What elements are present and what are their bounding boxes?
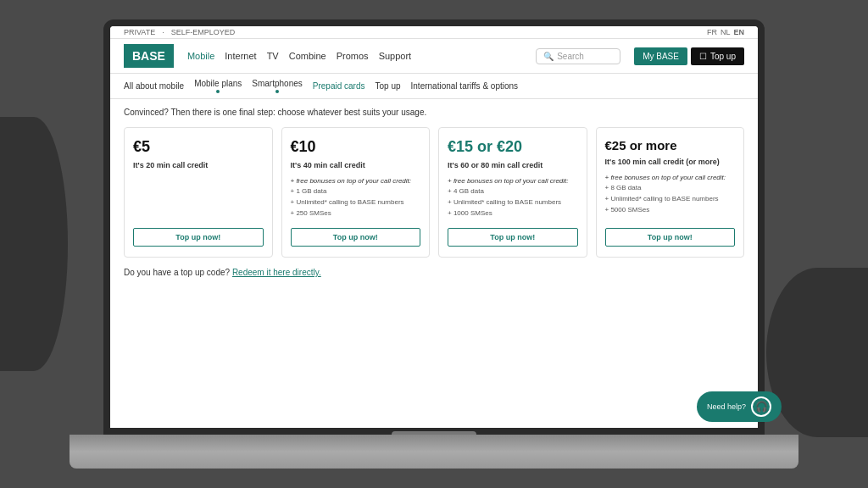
nav-combine[interactable]: Combine [289, 51, 326, 61]
card-5-features [133, 176, 264, 219]
cards-grid: €5 It's 20 min call credit Top up now! €… [124, 127, 744, 258]
mobile-plans-dot [216, 90, 220, 93]
need-help-button[interactable]: Need help? 🎧 [697, 391, 782, 422]
main-content: Convinced? Then there is one final step:… [110, 99, 758, 292]
card-5: €5 It's 20 min call credit Top up now! [124, 127, 273, 258]
selfemployed-link[interactable]: SELF-EMPLOYED [171, 28, 236, 36]
card-10-price: €10 [291, 138, 421, 156]
topup-label: Top up [710, 52, 736, 61]
mybas-button[interactable]: My BASE [634, 47, 687, 65]
card-10-topup-button[interactable]: Top up now! [291, 228, 421, 247]
logo[interactable]: BASE [124, 44, 174, 68]
card-10: €10 It's 40 min call credit + free bonus… [281, 127, 431, 258]
redeem-text: Do you have a top up code? Redeem it her… [124, 268, 744, 277]
subnav-smartphones[interactable]: Smartphones [252, 79, 302, 93]
card-25-plus: €25 or more It's 100 min call credit (or… [596, 127, 745, 258]
nav-links: Mobile Internet TV Combine Promos Suppor… [187, 51, 522, 61]
search-placeholder: Search [557, 52, 584, 61]
card-15-20-subtitle: It's 60 or 80 min call credit [448, 161, 578, 171]
private-link[interactable]: PRIVATE [124, 28, 155, 36]
tagline: Convinced? Then there is one final step:… [124, 108, 744, 117]
card-10-subtitle: It's 40 min call credit [291, 161, 421, 171]
subnav-mobile-plans[interactable]: Mobile plans [194, 79, 242, 93]
search-bar[interactable]: 🔍 Search [536, 48, 620, 64]
subnav-topup[interactable]: Top up [376, 81, 401, 91]
subnav-prepaid-cards[interactable]: Prepaid cards [313, 81, 365, 91]
card-15-20: €15 or €20 It's 60 or 80 min call credit… [438, 127, 587, 258]
smartphones-dot [275, 90, 279, 93]
navbar: BASE Mobile Internet TV Combine Promos S… [110, 39, 758, 74]
topup-icon: ☐ [699, 52, 707, 61]
card-15-20-features: + free bonuses on top of your call credi… [448, 176, 578, 219]
card-15-20-price: €15 or €20 [448, 138, 578, 156]
nav-tv[interactable]: TV [267, 51, 279, 61]
card-25-plus-features: + free bonuses on top of your call credi… [605, 173, 736, 219]
topup-header-button[interactable]: ☐ Top up [691, 47, 744, 65]
card-25-plus-topup-button[interactable]: Top up now! [605, 228, 736, 247]
language-selector: FR NL EN [707, 28, 744, 36]
help-icon: 🎧 [751, 396, 771, 417]
sub-nav: All about mobile Mobile plans Smartphone… [110, 74, 758, 99]
card-5-subtitle: It's 20 min call credit [133, 161, 264, 171]
top-bar-links: PRIVATE · SELF-EMPLOYED [124, 28, 235, 36]
nav-support[interactable]: Support [379, 51, 412, 61]
top-bar: PRIVATE · SELF-EMPLOYED FR NL EN [110, 26, 758, 39]
card-10-features: + free bonuses on top of your call credi… [291, 176, 421, 219]
card-15-20-topup-button[interactable]: Top up now! [448, 228, 578, 247]
nav-buttons: My BASE ☐ Top up [634, 47, 744, 65]
nav-mobile[interactable]: Mobile [187, 51, 214, 61]
card-5-topup-button[interactable]: Top up now! [133, 228, 264, 247]
search-icon: 🔍 [543, 52, 554, 61]
lang-en[interactable]: EN [733, 28, 744, 36]
lang-fr[interactable]: FR [707, 28, 717, 36]
nav-promos[interactable]: Promos [337, 51, 369, 61]
nav-internet[interactable]: Internet [225, 51, 256, 61]
need-help-label: Need help? [707, 402, 746, 411]
card-5-price: €5 [133, 138, 264, 156]
subnav-international[interactable]: International tariffs & options [411, 81, 519, 91]
card-25-plus-subtitle: It's 100 min call credit (or more) [605, 158, 736, 168]
lang-nl[interactable]: NL [721, 28, 731, 36]
card-25-plus-price: €25 or more [605, 138, 736, 152]
subnav-all-about-mobile[interactable]: All about mobile [124, 81, 184, 91]
redeem-link[interactable]: Redeem it here directly. [232, 268, 321, 277]
laptop-base [70, 435, 798, 469]
